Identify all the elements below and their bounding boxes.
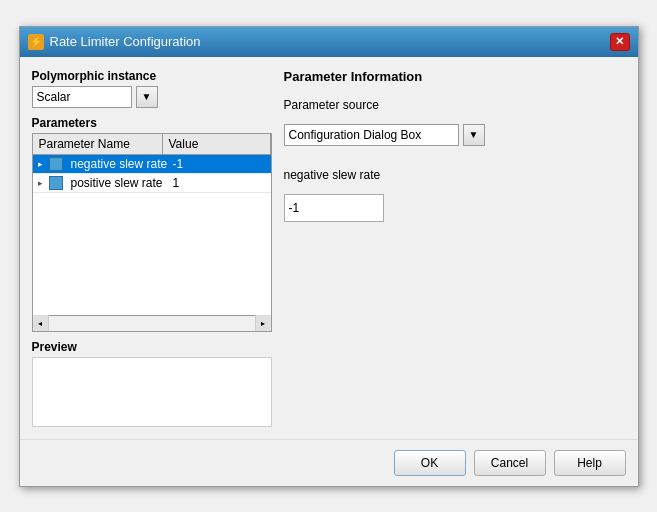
row-expand-icon: ▸: [33, 155, 49, 173]
polymorphic-input[interactable]: [32, 86, 132, 108]
horizontal-scrollbar[interactable]: ◂ ▸: [32, 316, 272, 332]
row-param-value: 1: [169, 174, 271, 192]
polymorphic-section: Polymorphic instance ▼: [32, 69, 272, 108]
table-header: Parameter Name Value: [33, 134, 271, 155]
row-block-icon: [49, 176, 63, 190]
preview-section: Preview: [32, 340, 272, 427]
table-body: ▸ negative slew rate -1 ▸ positive slew …: [33, 155, 271, 315]
polymorphic-dropdown-btn[interactable]: ▼: [136, 86, 158, 108]
col-header-value: Value: [163, 134, 271, 154]
scroll-right-btn[interactable]: ▸: [255, 315, 271, 331]
parameters-section: Parameters Parameter Name Value ▸ negati…: [32, 116, 272, 332]
param-source-arrow-icon: ▼: [469, 129, 479, 140]
help-button[interactable]: Help: [554, 450, 626, 476]
row-param-value: -1: [169, 155, 271, 173]
scroll-left-btn[interactable]: ◂: [33, 315, 49, 331]
polymorphic-combo-row: ▼: [32, 86, 272, 108]
param-source-combo-row: ▼: [284, 124, 626, 146]
title-bar-left: ⚡ Rate Limiter Configuration: [28, 34, 201, 50]
dialog-window: ⚡ Rate Limiter Configuration ✕ Polymorph…: [19, 26, 639, 487]
parameters-table: Parameter Name Value ▸ negative slew rat…: [32, 133, 272, 316]
table-row[interactable]: ▸ negative slew rate -1: [33, 155, 271, 174]
dialog-icon: ⚡: [28, 34, 44, 50]
left-panel: Polymorphic instance ▼ Parameters Parame…: [32, 69, 272, 427]
title-bar: ⚡ Rate Limiter Configuration ✕: [20, 27, 638, 57]
param-name-label: negative slew rate: [284, 168, 626, 182]
dialog-body: Polymorphic instance ▼ Parameters Parame…: [20, 57, 638, 439]
param-value-input[interactable]: [284, 194, 384, 222]
right-panel: Parameter Information Parameter source ▼…: [284, 69, 626, 427]
scroll-track: [49, 316, 255, 331]
param-source-dropdown-btn[interactable]: ▼: [463, 124, 485, 146]
dialog-footer: OK Cancel Help: [20, 439, 638, 486]
ok-button[interactable]: OK: [394, 450, 466, 476]
cancel-button[interactable]: Cancel: [474, 450, 546, 476]
row-expand-icon: ▸: [33, 174, 49, 192]
preview-box: [32, 357, 272, 427]
row-block-icon: [49, 157, 63, 171]
polymorphic-arrow-icon: ▼: [142, 91, 152, 102]
parameters-label: Parameters: [32, 116, 272, 130]
param-info-label: Parameter Information: [284, 69, 626, 84]
polymorphic-label: Polymorphic instance: [32, 69, 272, 83]
row-param-name: negative slew rate: [67, 155, 169, 173]
param-source-label: Parameter source: [284, 98, 626, 112]
row-param-name: positive slew rate: [67, 174, 169, 192]
param-source-input[interactable]: [284, 124, 459, 146]
close-button[interactable]: ✕: [610, 33, 630, 51]
preview-label: Preview: [32, 340, 272, 354]
table-row[interactable]: ▸ positive slew rate 1: [33, 174, 271, 193]
col-header-name: Parameter Name: [33, 134, 163, 154]
dialog-title: Rate Limiter Configuration: [50, 34, 201, 49]
